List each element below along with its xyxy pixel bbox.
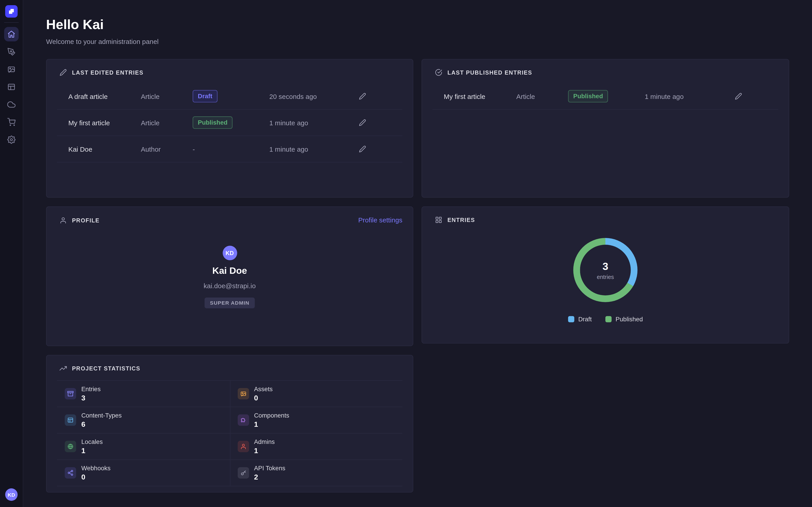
- donut-label: entries: [597, 273, 614, 280]
- edit-entry-button[interactable]: [356, 90, 369, 103]
- edit-entry-button[interactable]: [356, 142, 369, 156]
- sidebar-divider: [4, 22, 18, 23]
- page-subtitle: Welcome to your administration panel: [46, 38, 789, 46]
- sidebar-item-content-manager[interactable]: [4, 80, 18, 94]
- stat-locales: Locales1: [57, 434, 230, 460]
- stat-value: 0: [254, 394, 273, 402]
- donut-center: 3 entries: [597, 261, 614, 280]
- sidebar-nav: [4, 27, 18, 147]
- last-published-entries-card: LAST PUBLISHED ENTRIES My first article …: [421, 59, 789, 198]
- legend-swatch-published: [605, 316, 611, 323]
- marketplace-icon: [7, 118, 15, 126]
- stat-value: 1: [254, 420, 289, 428]
- check-circle-icon: [435, 69, 442, 76]
- edit-entry-button[interactable]: [732, 90, 745, 103]
- sidebar-item-marketplace[interactable]: [4, 115, 18, 129]
- card-header: PROJECT STATISTICS: [47, 355, 413, 378]
- last-edited-table: A draft article Article Draft 20 seconds…: [57, 83, 402, 163]
- stat-value: 0: [81, 473, 110, 481]
- stat-value: 3: [81, 394, 101, 402]
- sidebar-user-avatar[interactable]: KD: [5, 488, 17, 501]
- globe-icon: [65, 441, 76, 452]
- legend-label: Draft: [578, 316, 592, 323]
- entry-name: My first article: [444, 93, 516, 100]
- card-header: LAST EDITED ENTRIES: [47, 59, 413, 82]
- status-badge: Published: [568, 90, 608, 102]
- entry-type: Article: [516, 93, 568, 100]
- content-manager-icon: [7, 83, 15, 91]
- page-title: Hello Kai: [46, 16, 789, 33]
- stat-content-types: Content-Types6: [57, 407, 230, 434]
- profile-settings-link[interactable]: Profile settings: [358, 216, 402, 224]
- profile-name: Kai Doe: [212, 266, 247, 276]
- sidebar-item-home[interactable]: [4, 27, 18, 41]
- stats-table: Entries3 Assets0 Content-Types6: [57, 380, 402, 487]
- box-icon: [65, 388, 76, 399]
- sidebar-item-media-library[interactable]: [4, 62, 18, 76]
- card-title: ENTRIES: [448, 217, 475, 223]
- role-badge: SUPER ADMIN: [205, 297, 255, 308]
- entries-donut: 3 entries: [573, 238, 638, 302]
- stat-api-tokens: API Tokens2: [230, 460, 402, 486]
- card-title: LAST PUBLISHED ENTRIES: [448, 69, 532, 76]
- share-icon: [65, 467, 76, 478]
- entry-name: Kai Doe: [68, 145, 141, 153]
- user-icon: [59, 217, 67, 224]
- stat-value: 1: [81, 446, 103, 455]
- entry-time: 1 minute ago: [269, 145, 356, 153]
- settings-icon: [7, 136, 15, 144]
- sidebar-item-settings[interactable]: [4, 132, 18, 147]
- user-icon: [238, 441, 249, 452]
- stat-webhooks: Webhooks0: [57, 460, 230, 486]
- stat-value: 2: [254, 473, 285, 481]
- stat-label: Entries: [81, 385, 101, 393]
- status-badge: Published: [193, 116, 233, 129]
- project-statistics-card: PROJECT STATISTICS Entries3 Assets0: [46, 355, 413, 493]
- profile-email: kai.doe@strapi.io: [204, 282, 256, 290]
- stat-components: Components1: [230, 407, 402, 434]
- key-icon: [238, 467, 249, 478]
- entry-name: My first article: [68, 119, 141, 126]
- main-content: Hello Kai Welcome to your administration…: [23, 0, 812, 507]
- app-window: KD Hello Kai Welcome to your administrat…: [0, 0, 812, 507]
- entry-name: A draft article: [68, 93, 141, 100]
- status-none: -: [193, 145, 195, 153]
- legend-swatch-draft: [568, 316, 574, 323]
- entry-time: 1 minute ago: [269, 119, 356, 126]
- pencil-icon: [359, 119, 366, 126]
- layout-icon: [65, 414, 76, 426]
- table-row: My first article Article Published 1 min…: [433, 83, 778, 110]
- legend-item-published: Published: [605, 316, 643, 323]
- stat-label: Admins: [254, 438, 275, 446]
- table-row: My first article Article Published 1 min…: [57, 110, 402, 136]
- pencil-icon: [359, 93, 366, 100]
- entry-time: 1 minute ago: [645, 93, 732, 100]
- card-header: LAST PUBLISHED ENTRIES: [422, 59, 789, 82]
- strapi-logo-icon: [8, 8, 15, 15]
- entry-type: Author: [141, 145, 193, 153]
- stat-label: Content-Types: [81, 412, 121, 419]
- home-icon: [7, 30, 15, 38]
- media-library-icon: [7, 65, 15, 73]
- sidebar-item-cloud[interactable]: [4, 97, 18, 112]
- content-type-builder-icon: [7, 48, 15, 56]
- entries-chart-body: 3 entries Draft Published: [422, 238, 789, 323]
- chart-legend: Draft Published: [568, 316, 643, 323]
- card-title: PROJECT STATISTICS: [72, 365, 140, 372]
- legend-label: Published: [615, 316, 643, 323]
- entry-type: Article: [141, 119, 193, 126]
- edit-entry-button[interactable]: [356, 116, 369, 129]
- stat-label: Locales: [81, 438, 103, 446]
- strapi-logo[interactable]: [5, 5, 17, 17]
- last-published-table: My first article Article Published 1 min…: [433, 83, 778, 110]
- avatar: KD: [222, 246, 237, 260]
- trending-up-icon: [59, 365, 67, 372]
- sidebar: KD: [0, 0, 23, 507]
- table-row: A draft article Article Draft 20 seconds…: [57, 83, 402, 110]
- sidebar-item-content-type-builder[interactable]: [4, 44, 18, 59]
- stat-entries: Entries3: [57, 381, 230, 407]
- card-title: PROFILE: [72, 217, 99, 223]
- stat-admins: Admins1: [230, 434, 402, 460]
- card-header: PROFILE Profile settings: [47, 207, 413, 230]
- stat-label: Assets: [254, 385, 273, 393]
